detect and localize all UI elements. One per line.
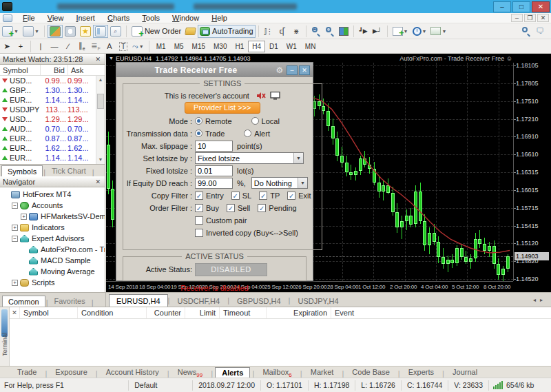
column-bid[interactable]: Bid bbox=[40, 65, 67, 75]
tab-scroll-arrows[interactable]: ◂▸ bbox=[533, 297, 547, 303]
timeframe-h4[interactable]: H4 bbox=[248, 41, 265, 52]
child-close-button[interactable]: ✕ bbox=[537, 14, 549, 22]
menu-tools[interactable]: Tools bbox=[136, 13, 166, 23]
tree-item-hfmarketssv-demo[interactable]: +HFMarketsSV-Demo bbox=[0, 211, 105, 222]
cursor-tool-button[interactable]: ➤ bbox=[0, 40, 14, 53]
terminal-column-event[interactable]: Event bbox=[331, 307, 413, 318]
menu-view[interactable]: View bbox=[41, 13, 70, 23]
market-watch-row[interactable]: GBP...1.30...1.30... bbox=[0, 85, 105, 95]
market-watch-row[interactable]: USD...0.99...0.99... bbox=[0, 76, 105, 85]
market-watch-row[interactable]: USD...1.29...1.29... bbox=[0, 114, 105, 124]
copy-filter-checkbox-exit[interactable]: ✓Exit bbox=[287, 192, 311, 200]
terminal-tab-market[interactable]: Market bbox=[304, 367, 340, 378]
timeframe-m1[interactable]: M1 bbox=[152, 41, 170, 52]
chart-collapse-icon[interactable]: ▼ bbox=[109, 56, 114, 61]
terminal-column-counter[interactable]: Counter bbox=[146, 307, 185, 318]
text-tool-button[interactable]: A bbox=[103, 40, 116, 53]
copy-filter-checkbox-tp[interactable]: ✓TP bbox=[259, 192, 280, 200]
fixed-lotsize-input[interactable] bbox=[195, 165, 233, 176]
scrollbar-thumb[interactable] bbox=[97, 94, 104, 109]
minimize-button[interactable]: – bbox=[493, 1, 511, 12]
trendline-tool-button[interactable]: ∕ bbox=[61, 40, 75, 53]
tree-item-accounts[interactable]: −Accounts bbox=[0, 200, 105, 211]
timeframe-d1[interactable]: D1 bbox=[265, 41, 282, 52]
text-label-tool-button[interactable]: T bbox=[116, 40, 130, 53]
mode-radio-local[interactable]: Local bbox=[251, 117, 280, 125]
market-watch-close-icon[interactable]: ✕ bbox=[94, 56, 102, 63]
periods-button[interactable]: ▼ bbox=[410, 25, 429, 38]
chat-button[interactable]: 🗨 bbox=[533, 25, 547, 38]
templates-button[interactable]: ▼ bbox=[428, 25, 448, 38]
market-watch-scrollbar[interactable]: ▲ ▼ bbox=[96, 76, 105, 164]
slippage-input[interactable] bbox=[195, 141, 233, 152]
bar-chart-button[interactable]: 𝕁⋮ bbox=[262, 25, 276, 38]
equity-action-select[interactable]: Do Nothing ▼ bbox=[251, 177, 308, 189]
horizontal-line-tool-button[interactable]: — bbox=[48, 40, 61, 53]
collapse-icon[interactable]: − bbox=[12, 203, 18, 209]
market-watch-row[interactable]: EUR...0.87...0.87... bbox=[0, 134, 105, 143]
search-button[interactable] bbox=[519, 25, 533, 38]
terminal-side-strip[interactable]: Terminal bbox=[0, 307, 10, 366]
child-minimize-button[interactable]: – bbox=[511, 14, 523, 22]
menu-window[interactable]: Window bbox=[166, 13, 205, 23]
timeframe-mn[interactable]: MN bbox=[301, 41, 320, 52]
tree-item-expert-advisors[interactable]: −Expert Advisors bbox=[0, 233, 105, 244]
expand-icon[interactable]: + bbox=[12, 225, 18, 231]
terminal-tab-experts[interactable]: Experts bbox=[402, 367, 440, 378]
terminal-column-timeout[interactable]: Timeout bbox=[219, 307, 266, 318]
tab-favorites[interactable]: Favorites bbox=[48, 296, 90, 307]
mode-radio-remote[interactable]: Remote bbox=[195, 117, 232, 125]
order-filter-checkbox-sell[interactable]: ✓Sell bbox=[227, 204, 250, 212]
timeframe-w1[interactable]: W1 bbox=[282, 41, 301, 52]
connection-status[interactable]: 654/6 kb bbox=[489, 381, 551, 389]
tab-tick-chart[interactable]: Tick Chart bbox=[46, 165, 92, 176]
transmission-radio-alert[interactable]: Alert bbox=[244, 130, 270, 138]
chart-tab-gbpusd-h4[interactable]: GBPUSD,H4 bbox=[229, 294, 289, 307]
market-watch-row[interactable]: AUD...0.70...0.70... bbox=[0, 124, 105, 134]
terminal-tab-news[interactable]: News99 bbox=[171, 367, 209, 378]
terminal-column-condition[interactable]: Condition bbox=[77, 307, 146, 318]
tree-item-scripts[interactable]: +Scripts bbox=[0, 277, 105, 288]
zoom-in-button[interactable]: + bbox=[309, 25, 323, 38]
collapse-icon[interactable]: − bbox=[12, 236, 18, 242]
terminal-column-limit[interactable]: Limit bbox=[185, 307, 219, 318]
price-axis[interactable]: 1.181051.178051.175101.172101.169101.166… bbox=[513, 63, 551, 281]
terminal-column-symbol[interactable]: Symbol bbox=[19, 307, 77, 318]
close-button[interactable]: ✕ bbox=[532, 1, 550, 12]
zoom-out-button[interactable]: – bbox=[323, 25, 337, 38]
autotrading-button[interactable]: AutoTrading bbox=[198, 25, 256, 38]
fibonacci-tool-button[interactable]: ≣F bbox=[89, 40, 103, 53]
terminal-tab-journal[interactable]: Journal bbox=[446, 367, 484, 378]
tree-item-indicators[interactable]: +Indicators bbox=[0, 222, 105, 233]
terminal-tab-trade[interactable]: Trade bbox=[11, 367, 43, 378]
terminal-tab-exposure[interactable]: Exposure bbox=[49, 367, 93, 378]
child-restore-button[interactable]: ❐ bbox=[524, 14, 536, 22]
dropdown-arrow-icon[interactable]: ▼ bbox=[293, 153, 303, 163]
order-filter-checkbox-buy[interactable]: ✓Buy bbox=[195, 204, 219, 212]
tree-item-hotforex-mt4[interactable]: HotForex MT4 bbox=[0, 189, 105, 200]
copy-filter-checkbox-sl[interactable]: ✓SL bbox=[231, 192, 251, 200]
transmission-radio-trade[interactable]: Trade bbox=[195, 130, 225, 138]
column-symbol[interactable]: Symbol bbox=[0, 65, 40, 75]
auto-scroll-button[interactable]: ┛▶ bbox=[357, 25, 371, 38]
equity-dd-input[interactable] bbox=[195, 178, 233, 189]
menu-charts[interactable]: Charts bbox=[101, 13, 136, 23]
timeframe-m30[interactable]: M30 bbox=[209, 41, 231, 52]
line-chart-button[interactable]: ⋇ bbox=[289, 25, 303, 38]
candlestick-chart-button[interactable]: 𝕔⎡ bbox=[276, 25, 289, 38]
chart-shift-button[interactable]: ▶┘ bbox=[371, 25, 384, 38]
strategy-tester-button[interactable]: ⌕ bbox=[108, 25, 123, 38]
terminal-close-icon[interactable]: ✕ bbox=[10, 309, 19, 316]
terminal-tab-alerts[interactable]: Alerts bbox=[215, 367, 250, 378]
menu-help[interactable]: Help bbox=[205, 13, 233, 23]
timeframe-m5[interactable]: M5 bbox=[170, 41, 188, 52]
terminal-toggle-button[interactable] bbox=[93, 25, 108, 38]
chart-tab-eurusd-h4[interactable]: EURUSD,H4 bbox=[109, 294, 168, 307]
expert-advisors-button[interactable] bbox=[183, 25, 198, 38]
expand-icon[interactable]: + bbox=[21, 214, 27, 220]
tree-item-moving-average[interactable]: Moving Average bbox=[0, 266, 105, 277]
timeframe-h1[interactable]: H1 bbox=[231, 41, 248, 52]
tile-windows-button[interactable] bbox=[337, 25, 351, 38]
scroll-down-icon[interactable]: ▼ bbox=[96, 156, 105, 164]
new-chart-button[interactable]: ▼ bbox=[0, 25, 21, 38]
